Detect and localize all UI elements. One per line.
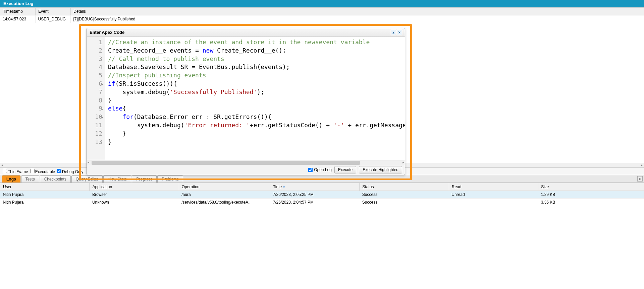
this-frame-checkbox[interactable] (3, 169, 7, 173)
logs-row[interactable]: Nitin Pujara Unknown /services/data/v58.… (0, 199, 644, 206)
cell-status: Success (360, 199, 449, 206)
cell-application: Unknown (90, 199, 179, 206)
cell-status: Success (360, 191, 449, 199)
code-line-13: } (108, 138, 112, 145)
debug-only-label: Debug Only (62, 169, 83, 174)
tabs-expand-icon[interactable]: ⇕ (637, 176, 643, 182)
code-line-11e: + err.getMessage()); (344, 122, 405, 129)
cell-details: [7]|DEBUG|Successfully Published (70, 15, 644, 23)
col-application[interactable]: Application (90, 183, 179, 191)
log-row[interactable]: 14:04:57:023 USER_DEBUG [7]|DEBUG|Succes… (0, 15, 644, 23)
collapse-icon[interactable]: ▲ (391, 30, 396, 35)
filter-debug-only[interactable]: Debug Only (57, 169, 83, 174)
execute-highlighted-button[interactable]: Execute Highlighted (359, 166, 402, 173)
execute-button[interactable]: Execute (334, 166, 356, 173)
tab-progress[interactable]: Progress (132, 175, 157, 183)
col-read[interactable]: Read (449, 183, 538, 191)
code-line-11s2: '-' (333, 122, 344, 129)
apex-dialog-footer: Open Log Execute Execute Highlighted (87, 165, 405, 175)
code-line-6r: (SR.isSuccess()){ (115, 80, 177, 87)
cell-size: 3.35 KB (538, 199, 644, 206)
cell-size: 1.29 KB (538, 191, 644, 199)
tab-problems[interactable]: Problems (157, 175, 183, 183)
col-time-label: Time (273, 185, 282, 189)
col-timestamp[interactable]: Timestamp (0, 8, 36, 15)
cell-user: Nitin Pujara (0, 191, 90, 199)
this-frame-label: This Frame (8, 169, 28, 174)
open-log-option[interactable]: Open Log (308, 167, 332, 172)
col-event[interactable]: Event (36, 8, 71, 15)
open-log-label: Open Log (314, 167, 332, 172)
code-line-2b: Create_Record__e(); (213, 47, 286, 54)
cell-read: Unread (449, 191, 538, 199)
code-line-7a: system.debug( (108, 88, 170, 95)
cell-read (449, 199, 538, 206)
col-size[interactable]: Size (538, 183, 644, 191)
execution-log-table: Timestamp Event Details (0, 7, 644, 15)
tab-tests[interactable]: Tests (21, 175, 39, 183)
executable-checkbox[interactable] (30, 169, 35, 173)
code-line-3: // Call method to publish events (108, 55, 224, 62)
code-line-2a: Create_Record__e events = (108, 47, 203, 54)
code-line-6kw: if (108, 80, 115, 87)
apex-code-hscroll[interactable] (87, 160, 405, 165)
col-time[interactable]: Time▼ (270, 183, 359, 191)
apex-dialog-title-bar[interactable]: Enter Apex Code ▲ ✕ (87, 28, 405, 37)
code-line-12: } (108, 130, 126, 137)
tab-view-state[interactable]: View State (103, 175, 131, 183)
tab-checkpoints[interactable]: Checkpoints (40, 175, 71, 183)
code-line-7b: ); (257, 88, 264, 95)
cell-timestamp: 14:04:57:023 (0, 15, 35, 23)
cell-time: 7/26/2023, 2:04:57 PM (270, 199, 359, 206)
cell-user: Nitin Pujara (0, 199, 90, 206)
cell-operation: /aura (179, 191, 270, 199)
code-line-1: //Create an instance of the event and st… (108, 39, 370, 46)
tab-logs[interactable]: Logs (2, 175, 20, 183)
filter-this-frame[interactable]: This Frame (3, 169, 28, 174)
code-gutter: 1 2 3 4 5 6 7 8 9 10 11 12 13 (87, 37, 105, 160)
code-line-2kw: new (203, 47, 214, 54)
cell-event: USER_DEBUG (35, 15, 70, 23)
cell-operation: /services/data/v58.0/tooling/executeA... (179, 199, 270, 206)
code-line-7s: 'Successfully Published' (170, 88, 257, 95)
apex-dialog-title: Enter Apex Code (90, 30, 124, 35)
col-user[interactable]: User (0, 183, 90, 191)
code-line-9kw: else (108, 105, 122, 112)
tab-query-editor[interactable]: Query Editor (71, 175, 103, 183)
cell-time: 7/26/2023, 2:05:25 PM (270, 191, 359, 199)
open-log-checkbox[interactable] (308, 168, 313, 172)
apex-dialog: Enter Apex Code ▲ ✕ 1 2 3 4 5 6 7 8 9 10… (87, 28, 405, 175)
code-line-9r: { (122, 105, 126, 112)
logs-grid: User Application Operation Time▼ Status … (0, 183, 644, 206)
code-line-4: Database.SaveResult SR = EventBus.publis… (108, 63, 290, 70)
col-details[interactable]: Details (71, 8, 644, 15)
hscroll-thumb[interactable] (92, 161, 360, 165)
bottom-tabs: Logs Tests Checkpoints Query Editor View… (0, 175, 644, 183)
executable-label: Executable (35, 169, 55, 174)
code-line-10r: (Database.Error err : SR.getErrors()){ (133, 113, 272, 120)
col-status[interactable]: Status (360, 183, 449, 191)
cell-application: Browser (90, 191, 179, 199)
code-line-11a: system.debug( (108, 122, 184, 129)
logs-row[interactable]: Nitin Pujara Browser /aura 7/26/2023, 2:… (0, 191, 644, 199)
code-line-8: } (108, 97, 112, 104)
execution-log-header: Execution Log (0, 0, 644, 7)
col-operation[interactable]: Operation (179, 183, 270, 191)
close-icon[interactable]: ✕ (397, 30, 402, 35)
filter-executable[interactable]: Executable (30, 169, 55, 174)
code-line-11m: +err.getStatusCode() + (250, 122, 333, 129)
code-line-5: //Inspect publishing events (108, 72, 206, 79)
code-editor[interactable]: //Create an instance of the event and st… (105, 37, 405, 160)
sort-desc-icon: ▼ (282, 186, 285, 189)
code-line-11s1: 'Error returned: ' (184, 122, 250, 129)
code-line-10kw: for (108, 113, 133, 120)
debug-only-checkbox[interactable] (57, 169, 61, 173)
